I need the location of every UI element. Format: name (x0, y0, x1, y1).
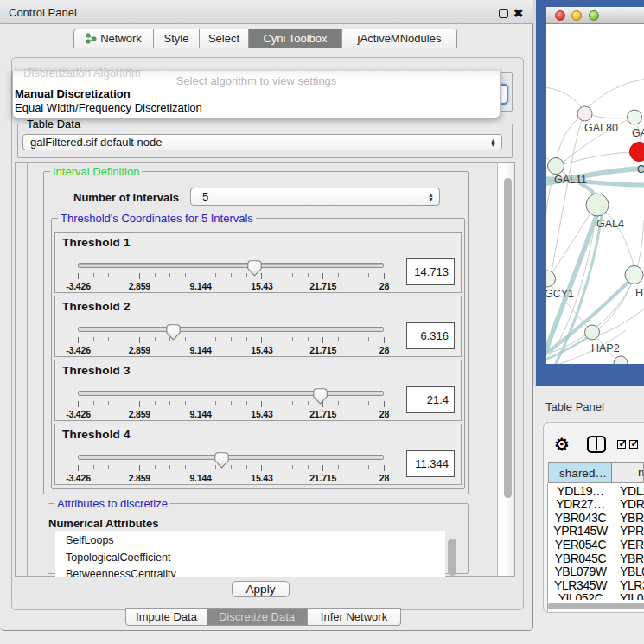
svg-text:C: C (637, 163, 644, 175)
svg-text:GAL4: GAL4 (596, 218, 624, 230)
svg-text:HAP2: HAP2 (591, 342, 620, 354)
svg-text:GA: GA (632, 127, 644, 139)
svg-text:H: H (635, 287, 643, 299)
svg-text:GAL11: GAL11 (554, 174, 587, 186)
svg-text:GCY1: GCY1 (546, 288, 574, 300)
svg-text:GAL80: GAL80 (584, 122, 618, 134)
